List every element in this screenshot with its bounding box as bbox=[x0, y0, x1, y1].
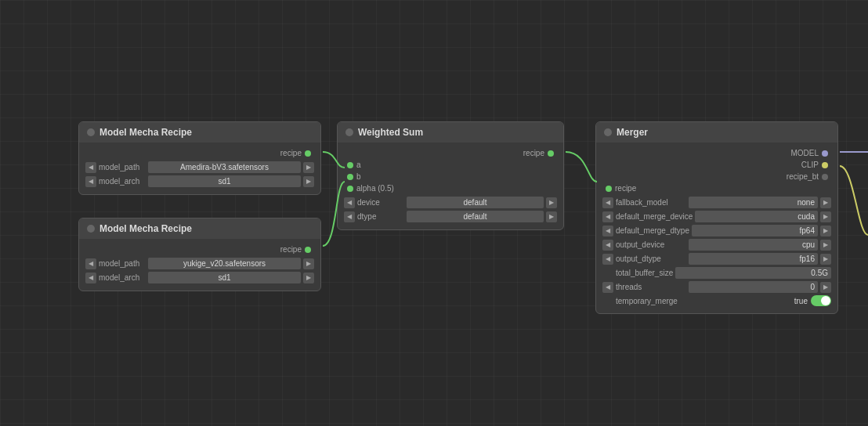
weighted-sum-node: Weighted Sum recipe a b alpha (0.5) ◀ de… bbox=[337, 121, 564, 230]
model-path-row-2: ◀ model_path yukige_v20.safetensors ▶ bbox=[85, 258, 314, 269]
output-dtype-right-btn[interactable]: ▶ bbox=[820, 254, 831, 265]
model-arch-label-2: model_arch bbox=[99, 273, 146, 282]
device-value: default bbox=[407, 197, 544, 208]
input-port-a[interactable] bbox=[347, 162, 353, 168]
output-row-1: recipe bbox=[85, 147, 314, 159]
node-title-merger: Merger bbox=[617, 127, 648, 138]
alpha-label: alpha (0.5) bbox=[356, 184, 394, 193]
output-device-right-btn[interactable]: ▶ bbox=[820, 240, 831, 251]
model-path-left-btn-1[interactable]: ◀ bbox=[85, 162, 96, 173]
input-port-alpha[interactable] bbox=[347, 186, 353, 192]
connection-merger-clip bbox=[840, 166, 868, 235]
model-arch-label-1: model_arch bbox=[99, 177, 146, 186]
alpha-row: alpha (0.5) bbox=[344, 182, 557, 194]
device-row: ◀ device default ▶ bbox=[344, 197, 557, 208]
merge-dtype-label: default_merge_dtype bbox=[616, 226, 689, 235]
output-port-2[interactable] bbox=[305, 247, 311, 253]
dtype-row: ◀ dtype default ▶ bbox=[344, 211, 557, 222]
model-path-right-btn-2[interactable]: ▶ bbox=[303, 258, 314, 269]
node-status-dot-2 bbox=[87, 225, 95, 233]
fallback-right-btn[interactable]: ▶ bbox=[820, 197, 831, 208]
model-mecha-recipe-node-1: Model Mecha Recipe recipe ◀ model_path A… bbox=[78, 121, 321, 195]
model-arch-row-2: ◀ model_arch sd1 ▶ bbox=[85, 272, 314, 283]
merger-input-port[interactable] bbox=[606, 186, 612, 192]
fallback-left-btn[interactable]: ◀ bbox=[602, 197, 613, 208]
output-port-1[interactable] bbox=[305, 150, 311, 157]
output-port-recipe-bt[interactable] bbox=[822, 174, 828, 180]
device-left-btn[interactable]: ◀ bbox=[344, 197, 355, 208]
dtype-right-btn[interactable]: ▶ bbox=[546, 211, 557, 222]
node-title-1: Model Mecha Recipe bbox=[99, 127, 192, 138]
output-label-2: recipe bbox=[280, 245, 302, 254]
output-clip-label: CLIP bbox=[801, 161, 819, 169]
output-device-left-btn[interactable]: ◀ bbox=[602, 240, 613, 251]
model-path-right-btn-1[interactable]: ▶ bbox=[303, 162, 314, 173]
output-model-label: MODEL bbox=[790, 149, 819, 157]
output-row-ws: recipe bbox=[344, 147, 557, 159]
output-device-label: output_device bbox=[616, 240, 686, 249]
fallback-model-row: ◀ fallback_model none ▶ bbox=[602, 197, 831, 208]
model-path-value-2: yukige_v20.safetensors bbox=[148, 258, 301, 269]
output-dtype-left-btn[interactable]: ◀ bbox=[602, 254, 613, 265]
output-dtype-label: output_dtype bbox=[616, 255, 686, 263]
output-port-ws[interactable] bbox=[548, 150, 554, 157]
temporary-merge-toggle[interactable] bbox=[811, 295, 831, 306]
device-right-btn[interactable]: ▶ bbox=[546, 197, 557, 208]
merger-node: Merger MODEL CLIP recipe_bt recipe ◀ fal… bbox=[595, 121, 838, 314]
total-buffer-value: 0.5G bbox=[675, 267, 831, 279]
merge-device-right-btn[interactable]: ▶ bbox=[820, 211, 831, 222]
threads-row: ◀ threads 0 ▶ bbox=[602, 281, 831, 293]
threads-value: 0 bbox=[689, 281, 818, 293]
default-merge-dtype-row: ◀ default_merge_dtype fp64 ▶ bbox=[602, 225, 831, 236]
output-device-row: ◀ output_device cpu ▶ bbox=[602, 239, 831, 251]
connection-ws-merger bbox=[566, 152, 597, 182]
merger-output-recipe-bt: recipe_bt bbox=[602, 171, 831, 182]
merge-dtype-left-btn[interactable]: ◀ bbox=[602, 226, 613, 236]
node-status-dot-ws bbox=[345, 128, 353, 136]
model-path-label-2: model_path bbox=[99, 259, 146, 268]
model-arch-left-btn-1[interactable]: ◀ bbox=[85, 176, 96, 187]
output-dtype-value: fp16 bbox=[689, 253, 818, 265]
input-port-b[interactable] bbox=[347, 174, 353, 180]
output-port-model[interactable] bbox=[822, 150, 828, 157]
port-a-label: a bbox=[356, 161, 361, 169]
temporary-merge-label: temporary_merge bbox=[602, 297, 678, 305]
device-label: device bbox=[357, 198, 404, 207]
port-a-row: a bbox=[344, 159, 557, 171]
output-label-1: recipe bbox=[280, 149, 302, 157]
node-title-2: Model Mecha Recipe bbox=[99, 223, 192, 234]
model-arch-value-2: sd1 bbox=[148, 272, 301, 283]
port-b-label: b bbox=[356, 172, 361, 181]
node-header-ws: Weighted Sum bbox=[338, 122, 563, 143]
output-label-ws: recipe bbox=[523, 149, 544, 157]
threads-left-btn[interactable]: ◀ bbox=[602, 282, 613, 293]
node-title-ws: Weighted Sum bbox=[358, 127, 423, 138]
dtype-value: default bbox=[407, 211, 544, 222]
model-arch-right-btn-1[interactable]: ▶ bbox=[303, 176, 314, 187]
temporary-merge-row: temporary_merge true bbox=[602, 295, 831, 306]
output-port-clip[interactable] bbox=[822, 162, 828, 168]
output-dtype-row: ◀ output_dtype fp16 ▶ bbox=[602, 253, 831, 265]
node-status-dot-merger bbox=[604, 128, 612, 136]
model-mecha-recipe-node-2: Model Mecha Recipe recipe ◀ model_path y… bbox=[78, 218, 321, 291]
model-arch-left-btn-2[interactable]: ◀ bbox=[85, 273, 96, 283]
dtype-left-btn[interactable]: ◀ bbox=[344, 211, 355, 222]
port-b-row: b bbox=[344, 171, 557, 182]
temporary-merge-value: true bbox=[794, 297, 808, 305]
total-buffer-size-row: total_buffer_size 0.5G bbox=[602, 267, 831, 279]
merge-device-left-btn[interactable]: ◀ bbox=[602, 211, 613, 222]
model-arch-row-1: ◀ model_arch sd1 ▶ bbox=[85, 175, 314, 187]
default-merge-device-row: ◀ default_merge_device cuda ▶ bbox=[602, 211, 831, 222]
merger-input-recipe: recipe bbox=[602, 182, 831, 194]
dtype-label: dtype bbox=[357, 212, 404, 221]
node-header-2: Model Mecha Recipe bbox=[79, 218, 320, 239]
output-device-value: cpu bbox=[689, 239, 818, 251]
merge-dtype-right-btn[interactable]: ▶ bbox=[820, 226, 831, 236]
model-arch-right-btn-2[interactable]: ▶ bbox=[303, 273, 314, 283]
node-status-dot-1 bbox=[87, 128, 95, 136]
merge-device-label: default_merge_device bbox=[616, 212, 693, 221]
fallback-label: fallback_model bbox=[616, 198, 686, 207]
merge-device-value: cuda bbox=[695, 211, 818, 222]
model-path-left-btn-2[interactable]: ◀ bbox=[85, 258, 96, 269]
threads-right-btn[interactable]: ▶ bbox=[820, 282, 831, 293]
